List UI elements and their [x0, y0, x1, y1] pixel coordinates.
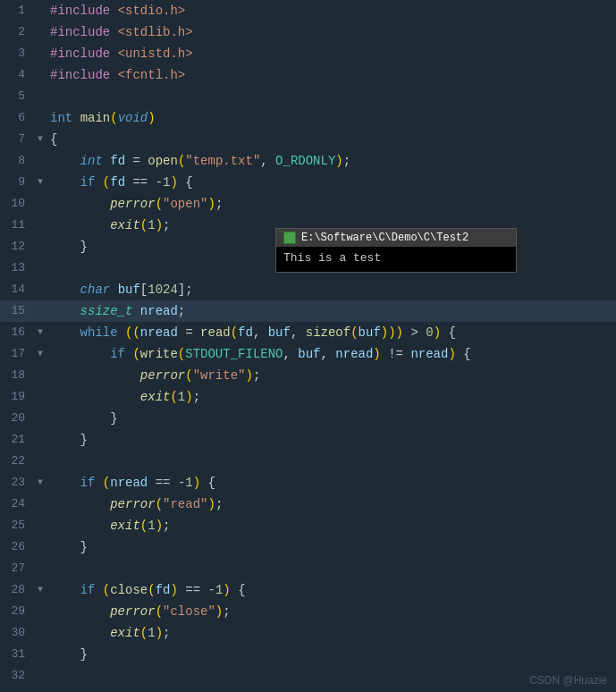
line-content-20: } — [46, 408, 616, 429]
code-line-17: 17 ▼ if (write(STDOUT_FILENO, buf, nread… — [0, 343, 616, 365]
line-content-23: if (nread == -1) { — [46, 472, 616, 494]
code-line-33: 33 return 0; — [0, 687, 616, 692]
line-content-31: } — [46, 644, 616, 665]
line-number-6: 6 — [0, 107, 34, 129]
line-number-23: 23 — [0, 472, 34, 494]
line-content-17: if (write(STDOUT_FILENO, buf, nread) != … — [46, 343, 616, 365]
line-number-20: 20 — [0, 408, 34, 429]
line-number-5: 5 — [0, 86, 34, 107]
line-content-1: #include <stdio.h> — [46, 0, 616, 21]
line-content-14: char buf[1024]; — [46, 279, 616, 300]
line-number-8: 8 — [0, 150, 34, 172]
code-line-22: 22 — [0, 451, 616, 472]
line-number-9: 9 — [0, 172, 34, 193]
fold-23[interactable]: ▼ — [34, 472, 46, 494]
code-line-30: 30 exit(1); — [0, 622, 616, 644]
line-number-18: 18 — [0, 365, 34, 386]
line-number-21: 21 — [0, 429, 34, 451]
line-content-24: perror("read"); — [46, 494, 616, 515]
line-number-1: 1 — [0, 0, 34, 21]
line-content-3: #include <unistd.h> — [46, 43, 616, 64]
fold-17[interactable]: ▼ — [34, 343, 46, 365]
code-line-9: 9 ▼ if (fd == -1) { — [0, 172, 616, 193]
line-number-24: 24 — [0, 494, 34, 515]
line-number-2: 2 — [0, 21, 34, 43]
line-content-15: ssize_t nread; — [46, 300, 616, 322]
code-line-18: 18 perror("write"); — [0, 365, 616, 386]
line-number-15: 15 — [0, 300, 34, 322]
line-number-25: 25 — [0, 515, 34, 536]
line-number-31: 31 — [0, 644, 34, 665]
line-number-16: 16 — [0, 322, 34, 343]
code-line-29: 29 perror("close"); — [0, 601, 616, 622]
line-content-4: #include <fcntl.h> — [46, 64, 616, 86]
code-line-10: 10 perror("open"); — [0, 193, 616, 215]
code-line-6: 6 int main(void) — [0, 107, 616, 129]
fold-7[interactable]: ▼ — [34, 129, 46, 150]
line-content-19: exit(1); — [46, 386, 616, 408]
line-number-10: 10 — [0, 193, 34, 215]
code-line-1: 1 #include <stdio.h> — [0, 0, 616, 21]
code-editor: 1 #include <stdio.h> 2 #include <stdlib.… — [0, 0, 616, 692]
line-number-26: 26 — [0, 536, 34, 558]
code-line-19: 19 exit(1); — [0, 386, 616, 408]
line-number-28: 28 — [0, 579, 34, 601]
line-number-19: 19 — [0, 386, 34, 408]
line-content-25: exit(1); — [46, 515, 616, 536]
fold-9[interactable]: ▼ — [34, 172, 46, 193]
line-number-11: 11 — [0, 215, 34, 236]
code-line-28: 28 ▼ if (close(fd) == -1) { — [0, 579, 616, 601]
code-line-32: 32 — [0, 665, 616, 687]
line-content-18: perror("write"); — [46, 365, 616, 386]
line-content-26: } — [46, 536, 616, 558]
line-number-17: 17 — [0, 343, 34, 365]
line-content-7: { — [46, 129, 616, 150]
line-number-4: 4 — [0, 64, 34, 86]
code-line-14: 14 char buf[1024]; — [0, 279, 616, 300]
line-number-22: 22 — [0, 451, 34, 472]
line-number-32: 32 — [0, 665, 34, 687]
line-content-28: if (close(fd) == -1) { — [46, 579, 616, 601]
code-line-26: 26 } — [0, 536, 616, 558]
line-number-29: 29 — [0, 601, 34, 622]
terminal-title: E:\Software\C\Demo\C\Test2 — [301, 232, 468, 244]
line-content-10: perror("open"); — [46, 193, 616, 215]
fold-28[interactable]: ▼ — [34, 579, 46, 601]
code-line-7: 7 ▼ { — [0, 129, 616, 150]
code-line-16: 16 ▼ while ((nread = read(fd, buf, sizeo… — [0, 322, 616, 343]
code-line-21: 21 } — [0, 429, 616, 451]
line-content-29: perror("close"); — [46, 601, 616, 622]
line-content-6: int main(void) — [46, 107, 616, 129]
code-line-8: 8 int fd = open("temp.txt", O_RDONLY); — [0, 150, 616, 172]
line-content-21: } — [46, 429, 616, 451]
watermark: CSDN @Huazie — [529, 674, 607, 687]
line-number-13: 13 — [0, 257, 34, 279]
line-content-2: #include <stdlib.h> — [46, 21, 616, 43]
code-line-24: 24 perror("read"); — [0, 494, 616, 515]
terminal-output: This is a test — [283, 251, 381, 265]
line-number-14: 14 — [0, 279, 34, 300]
line-content-16: while ((nread = read(fd, buf, sizeof(buf… — [46, 322, 616, 343]
line-number-33: 33 — [0, 687, 34, 692]
terminal-popup: E:\Software\C\Demo\C\Test2 This is a tes… — [275, 228, 517, 273]
code-line-2: 2 #include <stdlib.h> — [0, 21, 616, 43]
line-number-12: 12 — [0, 236, 34, 257]
line-number-7: 7 — [0, 129, 34, 150]
line-content-9: if (fd == -1) { — [46, 172, 616, 193]
line-number-27: 27 — [0, 558, 34, 579]
code-line-27: 27 — [0, 558, 616, 579]
fold-16[interactable]: ▼ — [34, 322, 46, 343]
code-line-4: 4 #include <fcntl.h> — [0, 64, 616, 86]
terminal-icon — [283, 232, 296, 244]
code-line-20: 20 } — [0, 408, 616, 429]
code-line-15: 15 ssize_t nread; — [0, 300, 616, 322]
line-content-8: int fd = open("temp.txt", O_RDONLY); — [46, 150, 616, 172]
code-line-3: 3 #include <unistd.h> — [0, 43, 616, 64]
terminal-titlebar: E:\Software\C\Demo\C\Test2 — [276, 229, 516, 247]
code-line-25: 25 exit(1); — [0, 515, 616, 536]
line-content-33: return 0; — [46, 687, 616, 692]
code-line-5: 5 — [0, 86, 616, 107]
line-number-30: 30 — [0, 622, 34, 644]
line-number-3: 3 — [0, 43, 34, 64]
terminal-body: This is a test — [276, 247, 516, 272]
